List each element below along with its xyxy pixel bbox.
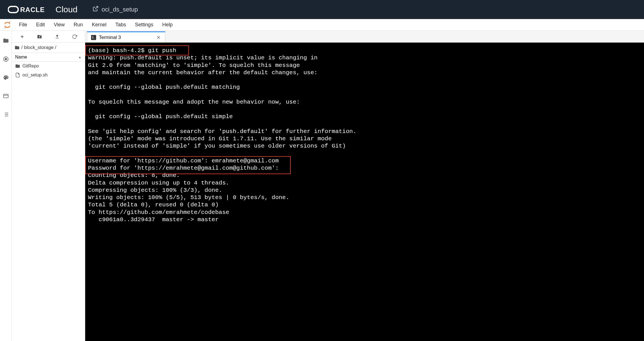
file-list: GitRepooci_setup.sh: [12, 62, 85, 341]
breadcrumb[interactable]: / block_storage /: [12, 43, 85, 53]
plus-icon[interactable]: [19, 34, 25, 39]
svg-rect-0: [8, 6, 18, 13]
oracle-logo-text: RACLE: [8, 5, 53, 14]
terminal-icon: $_: [91, 35, 96, 40]
svg-text:RACLE: RACLE: [20, 6, 45, 13]
jupyter-logo-icon[interactable]: [3, 21, 11, 29]
file-browser-toolbar: [12, 31, 85, 43]
menu-kernel[interactable]: Kernel: [87, 20, 111, 30]
list-icon[interactable]: [3, 111, 9, 118]
menu-run[interactable]: Run: [69, 20, 87, 30]
menu-tabs[interactable]: Tabs: [111, 20, 131, 30]
tab-terminal[interactable]: $_ Terminal 3 ✕: [87, 31, 165, 43]
activity-bar: [0, 31, 12, 341]
oracle-cloud-logo: RACLE Cloud: [8, 5, 77, 14]
highlight-box: [85, 45, 189, 55]
svg-rect-6: [5, 58, 7, 60]
cloud-logo-text: Cloud: [55, 5, 77, 14]
svg-rect-7: [3, 94, 8, 98]
folder-icon: [15, 64, 20, 69]
menu-edit[interactable]: Edit: [32, 20, 49, 30]
menu-file[interactable]: File: [15, 20, 32, 30]
menu-view[interactable]: View: [49, 20, 69, 30]
filelist-header[interactable]: Name ▲: [12, 53, 85, 62]
folder-icon[interactable]: [3, 38, 9, 44]
svg-point-4: [4, 27, 5, 28]
svg-line-2: [95, 6, 98, 9]
project-name: oci_ds_setup: [101, 6, 138, 13]
oracle-cloud-header: RACLE Cloud oci_ds_setup: [0, 0, 644, 19]
window-icon[interactable]: [3, 93, 9, 99]
external-link-icon: [92, 6, 99, 13]
close-icon[interactable]: ✕: [156, 34, 161, 41]
list-item-label: GitRepo: [22, 64, 39, 69]
file-icon: [15, 73, 20, 78]
upload-icon[interactable]: [54, 34, 60, 39]
list-item[interactable]: oci_setup.sh: [12, 71, 85, 80]
work-area: $_ Terminal 3 ✕ (base) bash-4.2$ git pus…: [85, 31, 644, 341]
menubar: FileEditViewRunKernelTabsSettingsHelp: [0, 19, 644, 31]
highlight-box: [85, 156, 291, 174]
tab-strip: $_ Terminal 3 ✕: [85, 31, 644, 43]
sort-asc-icon: ▲: [78, 55, 82, 59]
terminal-output[interactable]: (base) bash-4.2$ git push warning: push.…: [85, 43, 644, 341]
file-browser-panel: / block_storage / Name ▲ GitRepooci_setu…: [12, 31, 85, 341]
filelist-header-name: Name: [15, 55, 27, 60]
menu-settings[interactable]: Settings: [131, 20, 158, 30]
palette-icon[interactable]: [3, 74, 9, 81]
svg-point-3: [9, 21, 10, 22]
list-item-label: oci_setup.sh: [22, 73, 48, 78]
refresh-icon[interactable]: [72, 34, 77, 39]
folder-icon: [15, 45, 20, 50]
menu-help[interactable]: Help: [158, 20, 177, 30]
list-item[interactable]: GitRepo: [12, 62, 85, 71]
project-link[interactable]: oci_ds_setup: [92, 6, 138, 13]
new-folder-icon[interactable]: [37, 34, 42, 39]
stop-circle-icon[interactable]: [3, 56, 9, 62]
breadcrumb-path: / block_storage /: [21, 45, 56, 50]
tab-title: Terminal 3: [99, 35, 121, 40]
